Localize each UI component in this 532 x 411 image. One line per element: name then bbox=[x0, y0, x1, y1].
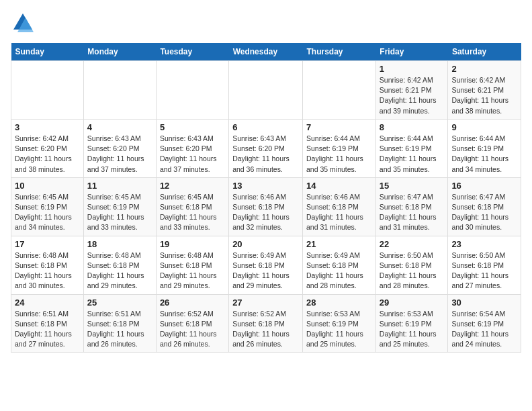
day-info: Sunrise: 6:51 AM Sunset: 6:18 PM Dayligh… bbox=[87, 309, 152, 350]
day-info: Sunrise: 6:42 AM Sunset: 6:20 PM Dayligh… bbox=[15, 134, 80, 175]
header-cell-tuesday: Tuesday bbox=[156, 43, 228, 61]
header-cell-saturday: Saturday bbox=[448, 43, 521, 61]
calendar-cell: 26Sunrise: 6:52 AM Sunset: 6:18 PM Dayli… bbox=[156, 294, 228, 353]
day-number: 28 bbox=[306, 298, 372, 308]
calendar-cell bbox=[303, 61, 376, 120]
header-cell-wednesday: Wednesday bbox=[229, 43, 303, 61]
day-number: 18 bbox=[87, 239, 152, 249]
calendar-week-0: 1Sunrise: 6:42 AM Sunset: 6:21 PM Daylig… bbox=[11, 61, 521, 120]
day-info: Sunrise: 6:43 AM Sunset: 6:20 PM Dayligh… bbox=[232, 134, 299, 175]
calendar-week-2: 10Sunrise: 6:45 AM Sunset: 6:19 PM Dayli… bbox=[11, 177, 521, 236]
calendar-cell: 13Sunrise: 6:46 AM Sunset: 6:18 PM Dayli… bbox=[229, 177, 303, 236]
calendar-cell: 20Sunrise: 6:49 AM Sunset: 6:18 PM Dayli… bbox=[229, 236, 303, 294]
day-number: 8 bbox=[380, 122, 445, 132]
day-info: Sunrise: 6:48 AM Sunset: 6:18 PM Dayligh… bbox=[15, 250, 80, 291]
day-info: Sunrise: 6:43 AM Sunset: 6:20 PM Dayligh… bbox=[160, 134, 225, 175]
calendar-cell bbox=[11, 61, 84, 120]
calendar-cell: 10Sunrise: 6:45 AM Sunset: 6:19 PM Dayli… bbox=[11, 177, 84, 236]
day-number: 24 bbox=[15, 298, 80, 308]
calendar-cell: 12Sunrise: 6:45 AM Sunset: 6:18 PM Dayli… bbox=[156, 177, 228, 236]
day-number: 16 bbox=[451, 181, 517, 191]
day-info: Sunrise: 6:53 AM Sunset: 6:19 PM Dayligh… bbox=[306, 309, 372, 350]
day-info: Sunrise: 6:50 AM Sunset: 6:18 PM Dayligh… bbox=[451, 250, 517, 291]
day-info: Sunrise: 6:52 AM Sunset: 6:18 PM Dayligh… bbox=[160, 309, 225, 350]
day-info: Sunrise: 6:47 AM Sunset: 6:18 PM Dayligh… bbox=[380, 192, 445, 233]
calendar-week-3: 17Sunrise: 6:48 AM Sunset: 6:18 PM Dayli… bbox=[11, 236, 521, 294]
calendar-week-1: 3Sunrise: 6:42 AM Sunset: 6:20 PM Daylig… bbox=[11, 119, 521, 177]
day-info: Sunrise: 6:45 AM Sunset: 6:18 PM Dayligh… bbox=[160, 192, 225, 233]
calendar-cell: 8Sunrise: 6:44 AM Sunset: 6:19 PM Daylig… bbox=[375, 119, 448, 177]
day-info: Sunrise: 6:48 AM Sunset: 6:18 PM Dayligh… bbox=[160, 250, 225, 291]
day-number: 30 bbox=[451, 298, 517, 308]
header-cell-friday: Friday bbox=[375, 43, 448, 61]
calendar-cell: 4Sunrise: 6:43 AM Sunset: 6:20 PM Daylig… bbox=[83, 119, 156, 177]
calendar-header: SundayMondayTuesdayWednesdayThursdayFrid… bbox=[11, 43, 521, 61]
day-info: Sunrise: 6:50 AM Sunset: 6:18 PM Dayligh… bbox=[380, 250, 445, 291]
day-number: 14 bbox=[306, 181, 372, 191]
day-info: Sunrise: 6:49 AM Sunset: 6:18 PM Dayligh… bbox=[306, 250, 372, 291]
calendar-cell: 9Sunrise: 6:44 AM Sunset: 6:19 PM Daylig… bbox=[448, 119, 521, 177]
day-number: 21 bbox=[306, 239, 372, 249]
calendar-week-4: 24Sunrise: 6:51 AM Sunset: 6:18 PM Dayli… bbox=[11, 294, 521, 353]
calendar-cell: 3Sunrise: 6:42 AM Sunset: 6:20 PM Daylig… bbox=[11, 119, 84, 177]
day-number: 11 bbox=[87, 181, 152, 191]
calendar-table: SundayMondayTuesdayWednesdayThursdayFrid… bbox=[11, 43, 521, 353]
day-info: Sunrise: 6:48 AM Sunset: 6:18 PM Dayligh… bbox=[87, 250, 152, 291]
day-info: Sunrise: 6:54 AM Sunset: 6:19 PM Dayligh… bbox=[451, 309, 517, 350]
header-cell-monday: Monday bbox=[83, 43, 156, 61]
day-number: 5 bbox=[160, 122, 225, 132]
calendar-cell: 5Sunrise: 6:43 AM Sunset: 6:20 PM Daylig… bbox=[156, 119, 228, 177]
header-cell-sunday: Sunday bbox=[11, 43, 84, 61]
calendar-cell: 16Sunrise: 6:47 AM Sunset: 6:18 PM Dayli… bbox=[448, 177, 521, 236]
calendar-cell: 19Sunrise: 6:48 AM Sunset: 6:18 PM Dayli… bbox=[156, 236, 228, 294]
day-info: Sunrise: 6:49 AM Sunset: 6:18 PM Dayligh… bbox=[232, 250, 299, 291]
calendar-cell bbox=[156, 61, 228, 120]
calendar-cell: 29Sunrise: 6:53 AM Sunset: 6:19 PM Dayli… bbox=[375, 294, 448, 353]
day-number: 3 bbox=[15, 122, 80, 132]
calendar-cell bbox=[229, 61, 303, 120]
day-info: Sunrise: 6:45 AM Sunset: 6:19 PM Dayligh… bbox=[87, 192, 152, 233]
day-info: Sunrise: 6:45 AM Sunset: 6:19 PM Dayligh… bbox=[15, 192, 80, 233]
day-info: Sunrise: 6:44 AM Sunset: 6:19 PM Dayligh… bbox=[451, 134, 517, 175]
day-number: 19 bbox=[160, 239, 225, 249]
calendar-cell bbox=[83, 61, 156, 120]
calendar-cell: 21Sunrise: 6:49 AM Sunset: 6:18 PM Dayli… bbox=[303, 236, 376, 294]
calendar-cell: 18Sunrise: 6:48 AM Sunset: 6:18 PM Dayli… bbox=[83, 236, 156, 294]
day-number: 6 bbox=[232, 122, 299, 132]
day-number: 15 bbox=[380, 181, 445, 191]
calendar-cell: 11Sunrise: 6:45 AM Sunset: 6:19 PM Dayli… bbox=[83, 177, 156, 236]
day-info: Sunrise: 6:42 AM Sunset: 6:21 PM Dayligh… bbox=[380, 75, 445, 116]
day-number: 27 bbox=[232, 298, 299, 308]
day-number: 20 bbox=[232, 239, 299, 249]
calendar-cell: 6Sunrise: 6:43 AM Sunset: 6:20 PM Daylig… bbox=[229, 119, 303, 177]
day-number: 26 bbox=[160, 298, 225, 308]
day-info: Sunrise: 6:44 AM Sunset: 6:19 PM Dayligh… bbox=[380, 134, 445, 175]
day-info: Sunrise: 6:44 AM Sunset: 6:19 PM Dayligh… bbox=[306, 134, 372, 175]
day-info: Sunrise: 6:51 AM Sunset: 6:18 PM Dayligh… bbox=[15, 309, 80, 350]
header-cell-thursday: Thursday bbox=[303, 43, 376, 61]
day-info: Sunrise: 6:43 AM Sunset: 6:20 PM Dayligh… bbox=[87, 134, 152, 175]
day-number: 1 bbox=[380, 64, 445, 74]
day-number: 4 bbox=[87, 122, 152, 132]
day-number: 25 bbox=[87, 298, 152, 308]
calendar-cell: 15Sunrise: 6:47 AM Sunset: 6:18 PM Dayli… bbox=[375, 177, 448, 236]
day-number: 10 bbox=[15, 181, 80, 191]
logo bbox=[11, 11, 38, 35]
calendar-cell: 27Sunrise: 6:52 AM Sunset: 6:18 PM Dayli… bbox=[229, 294, 303, 353]
calendar-cell: 14Sunrise: 6:46 AM Sunset: 6:18 PM Dayli… bbox=[303, 177, 376, 236]
day-number: 12 bbox=[160, 181, 225, 191]
day-number: 2 bbox=[451, 64, 517, 74]
day-number: 13 bbox=[232, 181, 299, 191]
day-info: Sunrise: 6:46 AM Sunset: 6:18 PM Dayligh… bbox=[232, 192, 299, 233]
calendar-cell: 30Sunrise: 6:54 AM Sunset: 6:19 PM Dayli… bbox=[448, 294, 521, 353]
day-info: Sunrise: 6:42 AM Sunset: 6:21 PM Dayligh… bbox=[451, 75, 517, 116]
day-number: 23 bbox=[451, 239, 517, 249]
calendar-cell: 7Sunrise: 6:44 AM Sunset: 6:19 PM Daylig… bbox=[303, 119, 376, 177]
calendar-body: 1Sunrise: 6:42 AM Sunset: 6:21 PM Daylig… bbox=[11, 61, 521, 353]
calendar-cell: 22Sunrise: 6:50 AM Sunset: 6:18 PM Dayli… bbox=[375, 236, 448, 294]
day-info: Sunrise: 6:46 AM Sunset: 6:18 PM Dayligh… bbox=[306, 192, 372, 233]
day-number: 9 bbox=[451, 122, 517, 132]
calendar-cell: 23Sunrise: 6:50 AM Sunset: 6:18 PM Dayli… bbox=[448, 236, 521, 294]
day-number: 17 bbox=[15, 239, 80, 249]
calendar-cell: 24Sunrise: 6:51 AM Sunset: 6:18 PM Dayli… bbox=[11, 294, 84, 353]
